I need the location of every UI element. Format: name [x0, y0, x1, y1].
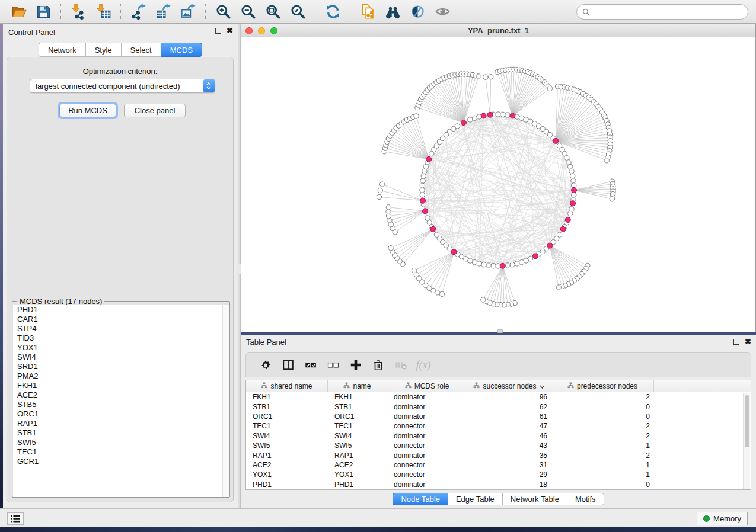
horizontal-splitter-grip[interactable] [497, 329, 503, 333]
table-row[interactable]: YOX1YOX1connector291 [246, 470, 751, 479]
table-row[interactable]: ORC1ORC1dominator610 [246, 412, 751, 421]
cell-successor-nodes: 35 [467, 451, 551, 460]
clone-network-icon[interactable] [359, 3, 377, 21]
export-image-icon[interactable] [179, 3, 197, 21]
cell-shared-name: YOX1 [246, 470, 328, 479]
mcds-result-item[interactable]: ORC1 [13, 409, 223, 419]
table-panel-title: Table Panel [246, 338, 286, 347]
close-panel-button[interactable]: Close panel [124, 104, 186, 117]
mcds-result-item[interactable]: GCR1 [13, 457, 223, 466]
zoom-in-icon[interactable] [214, 3, 232, 21]
mcds-result-list[interactable]: PHD1CAR1STP4TID3YOX1SWI4SRD1PMA2FKH1ACE2… [13, 305, 223, 497]
attribute-type-icon [261, 382, 267, 390]
mcds-result-item[interactable]: SWI4 [13, 352, 223, 362]
table-row[interactable]: SWI5SWI5connector431 [246, 441, 751, 450]
cell-MCDS-role: dominator [387, 412, 467, 421]
mcds-result-item[interactable]: ACE2 [13, 390, 223, 400]
mcds-result-item[interactable]: PMA2 [13, 371, 223, 381]
cell-successor-nodes: 47 [467, 422, 551, 430]
mcds-result-item[interactable]: SWI5 [13, 438, 223, 447]
mcds-result-item[interactable]: TID3 [13, 334, 223, 343]
network-window-titlebar[interactable]: YPA_prune.txt_1 [241, 24, 755, 37]
memory-label: Memory [713, 514, 741, 523]
network-canvas[interactable] [241, 37, 755, 332]
float-panel-icon[interactable] [215, 28, 221, 34]
save-icon[interactable] [34, 3, 52, 21]
search-box[interactable] [576, 4, 748, 20]
table-scrollbar[interactable] [743, 393, 750, 489]
column-header-successor-nodes[interactable]: successor nodes [467, 380, 551, 392]
mcds-result-item[interactable]: CAR1 [13, 315, 223, 324]
add-row-icon[interactable] [344, 356, 367, 374]
cell-successor-nodes: 46 [467, 432, 551, 440]
tab-mcds[interactable]: MCDS [161, 43, 202, 57]
table-row[interactable]: TEC1TEC1connector472 [246, 421, 751, 431]
close-table-panel-icon[interactable]: ✖ [745, 339, 751, 345]
cell-successor-nodes: 18 [467, 480, 551, 489]
search-input[interactable] [593, 6, 748, 18]
tab-network[interactable]: Network [39, 43, 85, 57]
mcds-result-item[interactable]: RAP1 [13, 419, 223, 428]
deselect-all-rows-icon[interactable] [322, 356, 344, 374]
network-search-icon[interactable] [384, 3, 401, 21]
float-table-panel-icon[interactable] [733, 339, 739, 345]
attribute-type-icon [567, 382, 574, 390]
select-all-rows-icon[interactable] [299, 356, 322, 374]
zoom-fit-icon[interactable] [264, 3, 282, 21]
hide-graphics-details-icon[interactable] [409, 3, 426, 21]
export-table-icon[interactable] [154, 3, 172, 21]
tab-motifs[interactable]: Motifs [567, 493, 604, 505]
table-scrollbar-thumb[interactable] [745, 395, 749, 447]
mcds-list-scrollbar[interactable] [222, 305, 229, 497]
toolbar-separator [120, 4, 121, 20]
cell-successor-nodes: 62 [467, 403, 551, 411]
table-row[interactable]: PHD1PHD1dominator180 [246, 480, 751, 489]
cell-shared-name: FKH1 [246, 393, 328, 401]
show-graphics-details-icon[interactable] [433, 3, 451, 21]
mcds-result-item[interactable]: STB1 [13, 428, 223, 438]
tab-network-table[interactable]: Network Table [502, 493, 567, 505]
zoom-selected-icon[interactable] [289, 3, 307, 21]
table-row[interactable]: ACE2ACE2connector311 [246, 460, 751, 470]
task-history-button[interactable] [7, 512, 24, 525]
table-row[interactable]: STB1STB1dominator620 [246, 402, 751, 411]
export-network-icon[interactable] [129, 3, 147, 21]
tab-edge-table[interactable]: Edge Table [448, 493, 502, 505]
tab-style[interactable]: Style [85, 43, 121, 57]
mcds-result-item[interactable]: PHD1 [13, 305, 223, 315]
table-settings-icon[interactable] [254, 356, 277, 374]
column-header-shared-name[interactable]: shared name [246, 380, 328, 392]
import-network-icon[interactable] [69, 3, 87, 21]
mcds-result-item[interactable]: FKH1 [13, 381, 223, 390]
mcds-result-item[interactable]: STB5 [13, 400, 223, 409]
cell-successor-nodes: 31 [467, 461, 551, 469]
table-row[interactable]: SWI4SWI4dominator462 [246, 431, 751, 441]
column-layout-icon[interactable] [277, 356, 299, 374]
mcds-result-item[interactable]: STP4 [13, 324, 223, 334]
open-file-icon[interactable] [9, 3, 27, 21]
run-mcds-button[interactable]: Run MCDS [59, 104, 116, 117]
cell-MCDS-role: dominator [387, 393, 467, 401]
cell-name: RAP1 [328, 451, 387, 460]
memory-button[interactable]: Memory [697, 512, 748, 525]
refresh-icon[interactable] [324, 3, 342, 21]
column-header-name[interactable]: name [328, 380, 387, 392]
close-panel-icon[interactable]: ✖ [227, 28, 233, 34]
optimization-criterion-select[interactable]: largest connected component (undirected) [30, 79, 215, 93]
column-header-MCDS-role[interactable]: MCDS role [387, 380, 467, 392]
zoom-out-icon[interactable] [239, 3, 257, 21]
tab-node-table[interactable]: Node Table [393, 493, 448, 505]
table-row[interactable]: FKH1FKH1dominator962 [246, 392, 751, 402]
import-table-icon[interactable] [94, 3, 112, 21]
mcds-result-item[interactable]: YOX1 [13, 343, 223, 352]
cell-predecessor-nodes: 1 [551, 441, 654, 450]
column-header-predecessor-nodes[interactable]: predecessor nodes [551, 380, 654, 392]
table-row[interactable]: RAP1RAP1dominator352 [246, 450, 751, 460]
mcds-result-item[interactable]: SRD1 [13, 362, 223, 371]
delete-row-icon[interactable] [367, 356, 390, 374]
cell-name: ORC1 [328, 412, 387, 421]
cell-predecessor-nodes: 2 [551, 393, 654, 401]
tab-select[interactable]: Select [121, 43, 161, 57]
mcds-result-item[interactable]: TEC1 [13, 447, 223, 457]
cell-successor-nodes: 96 [467, 393, 551, 401]
